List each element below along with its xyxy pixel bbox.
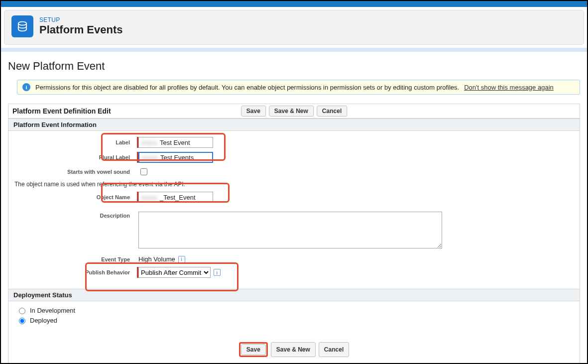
edit-section: Platform Event Definition Edit Save Save… <box>8 104 580 364</box>
svg-point-0 <box>18 22 26 25</box>
save-button-footer[interactable]: Save <box>241 344 266 355</box>
header-divider <box>1 48 587 52</box>
in-development-radio[interactable] <box>19 308 25 314</box>
deployed-option[interactable]: Deployed <box>16 316 572 324</box>
info-icon: i <box>22 83 30 91</box>
description-label: Description <box>14 212 137 219</box>
event-type-help-icon[interactable]: i <box>178 256 185 263</box>
publish-behavior-select[interactable]: Publish After Commit <box>138 267 211 278</box>
deployment-status-header: Deployment Status <box>8 289 580 301</box>
in-development-option[interactable]: In Development <box>16 306 572 314</box>
api-note: The object name is used when referencing… <box>14 181 574 188</box>
object-name-input[interactable]: xxxxx _Test_Event <box>138 192 213 203</box>
label-input[interactable]: xxxxx Test Event <box>138 137 213 148</box>
page-header: SETUP Platform Events <box>4 10 584 45</box>
publish-behavior-help-icon[interactable]: i <box>214 269 221 276</box>
highlight-save: Save <box>239 342 268 357</box>
save-and-new-button[interactable]: Save & New <box>269 106 314 117</box>
plural-label-input[interactable]: xxxxx Test Events <box>138 152 213 163</box>
event-type-value: High Volume <box>138 255 175 263</box>
breadcrumb-setup: SETUP <box>39 16 123 23</box>
publish-behavior-label: Publish Behavior <box>14 269 137 275</box>
label-label: Label <box>14 139 137 145</box>
platform-events-icon <box>11 15 33 37</box>
banner-text: Permissions for this object are disabled… <box>35 84 459 91</box>
plural-label-label: Plural Label <box>14 154 137 160</box>
page-title: New Platform Event <box>8 60 580 73</box>
dont-show-again-link[interactable]: Don't show this message again <box>464 84 554 91</box>
footer-buttons: Save Save & New Cancel <box>8 335 580 363</box>
vowel-sound-label: Starts with vowel sound <box>14 169 137 175</box>
deployed-radio[interactable] <box>19 318 25 324</box>
top-decor <box>1 1 587 7</box>
page-header-title: Platform Events <box>39 23 123 36</box>
description-textarea[interactable] <box>138 212 442 248</box>
edit-section-title: Platform Event Definition Edit <box>12 107 111 115</box>
info-subheader: Platform Event Information <box>8 119 580 131</box>
save-and-new-button-footer[interactable]: Save & New <box>271 342 316 357</box>
object-name-label: Object Name <box>14 194 137 200</box>
event-type-label: Event Type <box>14 256 137 262</box>
cancel-button[interactable]: Cancel <box>317 106 347 117</box>
cancel-button-footer[interactable]: Cancel <box>319 342 349 357</box>
vowel-sound-checkbox[interactable] <box>140 168 147 175</box>
permissions-info-banner: i Permissions for this object are disabl… <box>17 80 580 95</box>
save-button[interactable]: Save <box>241 106 266 117</box>
